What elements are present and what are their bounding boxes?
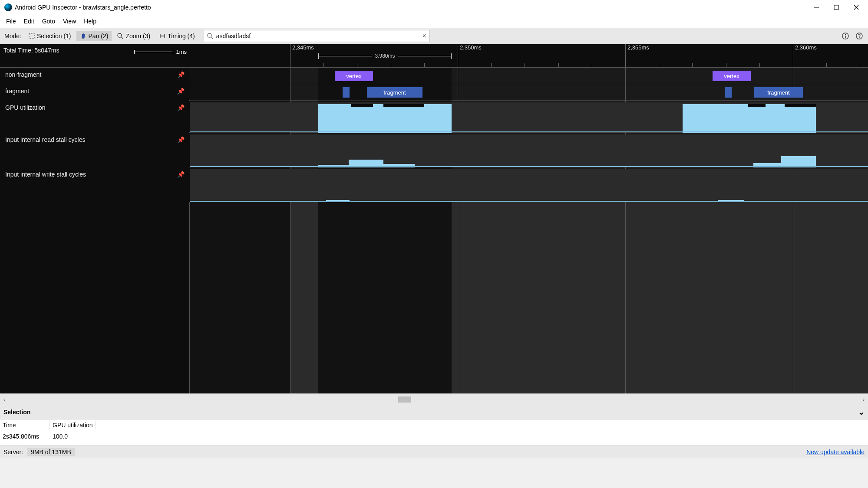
svg-point-5	[845, 34, 846, 35]
svg-rect-1	[29, 33, 34, 39]
track-non-fragment[interactable]: non-fragment📌vertexvertex	[0, 68, 868, 84]
memory-usage: 9MB of 131MB	[27, 448, 75, 456]
toolbar: Mode: Selection (1) Pan (2) Zoom (3) Tim…	[0, 28, 868, 44]
menu-goto[interactable]: Goto	[39, 16, 59, 26]
help-icon	[856, 33, 863, 39]
horizontal-scrollbar[interactable]: ‹ ›	[0, 393, 868, 405]
timeline[interactable]: Total Time: 5s047ms 1ms 2,345ms2,350ms2,…	[0, 44, 868, 393]
maximize-icon	[833, 4, 840, 11]
svg-rect-0	[834, 5, 838, 10]
mode-zoom[interactable]: Zoom (3)	[113, 31, 154, 41]
info-button[interactable]	[839, 30, 851, 42]
update-link[interactable]: New update available	[806, 449, 865, 455]
mode-zoom-label: Zoom (3)	[125, 33, 150, 39]
range-indicator: 3.980ms	[318, 53, 452, 59]
track-label[interactable]: Input internal read stall cycles📌	[0, 133, 190, 167]
timeline-block[interactable]	[683, 104, 816, 133]
clear-search-button[interactable]: ×	[422, 32, 426, 40]
info-icon	[842, 33, 849, 39]
track-label[interactable]: GPU utilization📌	[0, 101, 190, 132]
timeline-block[interactable]: vertex	[713, 71, 751, 81]
minimize-icon	[813, 4, 820, 11]
table-row[interactable]: 2s348.785ms 100.0	[0, 442, 868, 445]
window-title: Android GPU Inspector - brawlstars_angle…	[15, 4, 151, 11]
pin-icon[interactable]: 📌	[177, 104, 185, 111]
titlebar: Android GPU Inspector - brawlstars_angle…	[0, 0, 868, 15]
minimize-button[interactable]	[806, 1, 826, 14]
scroll-left-button[interactable]: ‹	[0, 396, 9, 403]
timeline-block[interactable]: fragment	[367, 87, 422, 98]
track-label[interactable]: fragment📌	[0, 84, 190, 100]
scroll-track[interactable]	[9, 396, 859, 403]
timeline-block[interactable]	[318, 104, 452, 133]
selection-icon	[28, 33, 35, 39]
close-button[interactable]	[846, 1, 866, 14]
track-label[interactable]: Input internal write stall cycles📌	[0, 167, 190, 202]
total-time: Total Time: 5s047ms	[3, 47, 59, 54]
track-gpu-util[interactable]: GPU utilization📌	[0, 101, 868, 133]
track-read-stall[interactable]: Input internal read stall cycles📌	[0, 133, 868, 167]
server-label: Server:	[3, 449, 23, 455]
svg-point-7	[859, 37, 860, 38]
hand-icon	[80, 33, 87, 39]
ruler-major-tick: 2,360ms	[793, 44, 817, 67]
menu-edit[interactable]: Edit	[20, 16, 38, 26]
search-box[interactable]: ×	[204, 30, 429, 42]
tracks[interactable]: non-fragment📌vertexvertexfragment📌fragme…	[0, 68, 868, 393]
ruler[interactable]: Total Time: 5s047ms 1ms 2,345ms2,350ms2,…	[0, 44, 868, 68]
table-header: Time GPU utilization	[0, 419, 868, 431]
pin-icon[interactable]: 📌	[177, 171, 185, 178]
scale-label: 1ms	[176, 49, 187, 55]
scroll-thumb[interactable]	[398, 396, 411, 403]
svg-point-3	[208, 33, 211, 37]
timing-icon	[159, 33, 166, 39]
menu-view[interactable]: View	[59, 16, 79, 26]
mode-timing-label: Timing (4)	[168, 33, 195, 39]
maximize-button[interactable]	[826, 1, 846, 14]
selection-table: Time GPU utilization 2s345.806ms 100.0 2…	[0, 419, 868, 445]
pin-icon[interactable]: 📌	[177, 136, 185, 143]
track-write-stall[interactable]: Input internal write stall cycles📌	[0, 167, 868, 202]
ruler-major-tick: 2,350ms	[458, 44, 482, 67]
selection-header[interactable]: Selection ⌄	[0, 405, 868, 419]
svg-point-2	[118, 33, 122, 37]
app-icon	[4, 3, 12, 11]
menu-help[interactable]: Help	[80, 16, 100, 26]
mode-selection-label: Selection (1)	[37, 33, 71, 39]
scroll-right-button[interactable]: ›	[859, 396, 868, 403]
search-input[interactable]	[216, 33, 420, 39]
pin-icon[interactable]: 📌	[177, 71, 185, 78]
pin-icon[interactable]: 📌	[177, 88, 185, 95]
close-icon	[853, 4, 860, 11]
table-row[interactable]: 2s345.806ms 100.0	[0, 431, 868, 442]
mode-pan[interactable]: Pan (2)	[76, 31, 112, 41]
scale-bar: 1ms	[130, 49, 187, 55]
statusbar: Server: 9MB of 131MB New update availabl…	[0, 445, 868, 458]
timeline-block[interactable]	[725, 87, 732, 98]
col-gpu-util[interactable]: GPU utilization	[50, 421, 96, 429]
timeline-block[interactable]: fragment	[754, 87, 803, 98]
mode-pan-label: Pan (2)	[89, 33, 109, 39]
ruler-major-tick: 2,345ms	[290, 44, 314, 67]
mode-label: Mode:	[3, 33, 23, 39]
mode-selection[interactable]: Selection (1)	[25, 31, 75, 41]
track-label[interactable]: non-fragment📌	[0, 68, 190, 84]
menu-file[interactable]: File	[3, 16, 20, 26]
zoom-icon	[117, 33, 124, 39]
ruler-major-tick: 2,355ms	[625, 44, 649, 67]
mode-timing[interactable]: Timing (4)	[155, 31, 198, 41]
chevron-down-icon[interactable]: ⌄	[858, 407, 865, 417]
track-fragment[interactable]: fragment📌fragmentfragment	[0, 84, 868, 101]
timeline-block[interactable]: vertex	[335, 71, 373, 81]
search-icon	[207, 33, 214, 39]
selection-title: Selection	[3, 409, 30, 416]
col-time[interactable]: Time	[0, 421, 50, 429]
menubar: File Edit Goto View Help	[0, 15, 868, 28]
timeline-block[interactable]	[343, 87, 350, 98]
help-button[interactable]	[853, 30, 865, 42]
